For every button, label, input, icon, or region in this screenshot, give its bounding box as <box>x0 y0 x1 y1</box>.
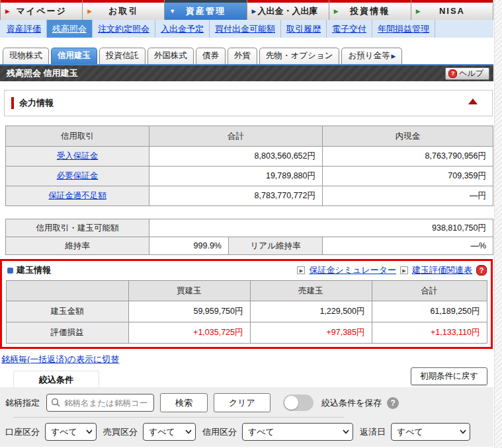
stock-search-input[interactable] <box>46 394 154 412</box>
link-arrow-icon: ▶ <box>297 266 305 274</box>
deposit-simulator-link[interactable]: 保証金シミュレーター <box>309 264 396 276</box>
received-deposit-link[interactable]: 受入保証金 <box>57 151 99 161</box>
tab-foreign-equity[interactable]: 外国株式 <box>147 48 194 64</box>
real-maintenance-rate-label: リアル維持率 <box>229 237 323 255</box>
account-type-label: 口座区分 <box>5 426 40 438</box>
margin-power-title: 余力情報 <box>19 97 54 109</box>
tab-mutual-funds[interactable]: 投資信託 <box>99 48 146 64</box>
top-tab-mypage[interactable]: ▶マイページ <box>0 0 83 20</box>
table-row: 保証金過不足額 8,783,770,772円 ―円 <box>6 186 493 206</box>
margin-power-section-header: 余力情報 <box>4 90 493 116</box>
account-type-field: すべて <box>45 423 97 441</box>
tab-foreign-currency[interactable]: 外貨 <box>228 48 257 64</box>
top-tab-investment-info[interactable]: ▶投資情報 <box>329 0 411 20</box>
top-tab-trade[interactable]: ▶お取引 <box>83 0 165 20</box>
margin-type-select[interactable]: すべて <box>242 423 353 441</box>
subnav-buying-power[interactable]: 買付出金可能額 <box>210 20 281 38</box>
position-amount-label: 建玉金額 <box>6 301 128 322</box>
tab-futures-options[interactable]: 先物・オプション <box>259 48 339 64</box>
corner-header <box>6 281 128 301</box>
filter-panel: 銘柄指定 検索 クリア 絞込条件を保存 ? 口座区分 すべて 売買区分 <box>0 387 493 447</box>
red-accent-bar <box>11 97 14 109</box>
deposit-excess-deficiency-link[interactable]: 保証金過不足額 <box>48 191 106 200</box>
subnav-e-delivery[interactable]: 電子交付 <box>327 20 372 38</box>
maintenance-rate-value: 999.9% <box>149 237 229 255</box>
help-button[interactable]: ? ヘルプ <box>445 67 489 80</box>
tab-cash-equity[interactable]: 現物株式 <box>3 48 49 64</box>
triangle-arrow-icon: ▶ <box>87 3 92 20</box>
switch-display-link[interactable]: 銘柄毎(一括返済)の表示に切替 <box>1 354 119 365</box>
top-tab-label: 資産管理 <box>186 6 226 16</box>
margin-type-field: すべて <box>242 423 353 441</box>
subnav-balance-inquiry[interactable]: 残高照会 <box>47 20 93 38</box>
filter-conditions-tab[interactable]: 絞込条件 <box>13 371 99 387</box>
triangle-arrow-icon: ▶ <box>252 3 257 20</box>
required-deposit-cash: 709,359円 <box>323 167 493 186</box>
column-header: 合計 <box>372 281 487 301</box>
new-position-capacity-label: 信用取引・建玉可能額 <box>6 219 149 237</box>
save-help-icon[interactable]: ? <box>387 397 399 409</box>
top-tab-label: 投資情報 <box>350 6 390 16</box>
top-tab-nisa[interactable]: ▶NISA <box>411 0 493 20</box>
positions-table: 買建玉 売建玉 合計 建玉金額 59,959,750円 1,229,500円 6… <box>6 280 487 344</box>
position-valuation-table-link[interactable]: 建玉評価関連表 <box>412 264 472 276</box>
tab-deposits[interactable]: お預り金等▶ <box>341 48 402 64</box>
valuation-pl-sell: +97,385円 <box>250 322 372 344</box>
column-header: 合計 <box>149 126 323 147</box>
required-deposit-total: 19,789,880円 <box>149 167 323 186</box>
positions-help-icon[interactable]: ? <box>476 265 487 276</box>
top-tab-label: 入出金・入出庫 <box>258 6 318 16</box>
table-row: 建玉金額 59,959,750円 1,229,500円 61,189,250円 <box>6 301 487 322</box>
asset-class-tabs: 現物株式 信用建玉 投資信託 外国株式 債券 外貨 先物・オプション お預り金等… <box>0 38 493 64</box>
clear-button[interactable]: クリア <box>214 393 271 412</box>
page-edge-stripe <box>494 0 502 448</box>
new-position-capacity-value: 938,810,750円 <box>149 219 493 237</box>
positions-header: 建玉情報 ▶ 保証金シミュレーター ▶ 建玉評価関連表 ? <box>2 261 491 280</box>
repayment-date-select[interactable]: すべて <box>391 423 470 441</box>
subnav-order-execution[interactable]: 注文約定照会 <box>93 20 155 38</box>
page-title-bar: 残高照会 信用建玉 ? ヘルプ <box>0 64 493 81</box>
column-header: 売建玉 <box>250 281 372 301</box>
account-type-select[interactable]: すべて <box>45 423 97 441</box>
subnav-asset-valuation[interactable]: 資産評価 <box>1 20 47 38</box>
buy-sell-type-select[interactable]: すべて <box>143 423 196 441</box>
collapse-triangle-icon[interactable] <box>468 98 478 104</box>
balance-inquiry-page: ▶マイページ ▶お取引 ▼資産管理 ▶入出金・入出庫 ▶投資情報 ▶NISA <box>0 0 502 448</box>
subnav-trade-history[interactable]: 取引履歴 <box>281 20 327 38</box>
positions-title: 建玉情報 <box>17 264 51 276</box>
maintenance-rate-label: 維持率 <box>6 237 149 255</box>
triangle-arrow-icon: ▶ <box>334 3 339 20</box>
buy-sell-type-label: 売買区分 <box>103 426 138 438</box>
search-button[interactable]: 検索 <box>160 393 208 412</box>
top-tab-deposit-withdrawal[interactable]: ▶入出金・入出庫 <box>247 0 329 20</box>
link-arrow-icon: ▶ <box>400 266 408 274</box>
blue-square-bullet-icon <box>7 268 13 274</box>
required-deposit-link[interactable]: 必要保証金 <box>57 171 99 180</box>
subnav-deposit-schedule[interactable]: 入出金予定 <box>155 20 210 38</box>
top-tab-label: NISA <box>439 6 465 16</box>
table-row: 信用取引・建玉可能額 938,810,750円 <box>6 219 493 237</box>
top-tab-label: お取引 <box>108 6 138 16</box>
tab-bonds[interactable]: 債券 <box>196 48 226 64</box>
row-divider <box>13 417 344 418</box>
filter-header: 初期条件に戻す 絞込条件 <box>0 365 493 387</box>
top-navigation: ▶マイページ ▶お取引 ▼資産管理 ▶入出金・入出庫 ▶投資情報 ▶NISA <box>0 0 493 20</box>
subnav-annual-pl[interactable]: 年間損益管理 <box>372 20 435 38</box>
table-row: 維持率 999.9% リアル維持率 ―% <box>6 237 493 255</box>
stock-spec-label: 銘柄指定 <box>5 397 40 409</box>
valuation-pl-buy: +1,035,725円 <box>128 322 250 344</box>
valuation-pl-total: +1,133,110円 <box>372 322 487 344</box>
help-question-icon: ? <box>448 69 457 78</box>
received-deposit-cash: 8,763,790,956円 <box>323 147 493 167</box>
deposit-excess-total: 8,783,770,772円 <box>149 186 323 206</box>
triangle-arrow-icon: ▶ <box>5 3 10 20</box>
sub-navigation: 資産評価 残高照会 注文約定照会 入出金予定 買付出金可能額 取引履歴 電子交付… <box>0 20 493 38</box>
positions-section: 建玉情報 ▶ 保証金シミュレーター ▶ 建玉評価関連表 ? 買建玉 売建玉 合計 <box>0 259 493 349</box>
save-conditions-toggle[interactable] <box>283 394 314 411</box>
help-button-label: ヘルプ <box>459 68 483 79</box>
tab-margin-positions[interactable]: 信用建玉 <box>51 48 97 64</box>
tab-label: お預り金等 <box>348 51 390 60</box>
top-tab-asset-management[interactable]: ▼資産管理 <box>165 0 247 20</box>
reset-conditions-button[interactable]: 初期条件に戻す <box>411 367 487 385</box>
table-row: 評価損益 +1,035,725円 +97,385円 +1,133,110円 <box>6 322 487 344</box>
